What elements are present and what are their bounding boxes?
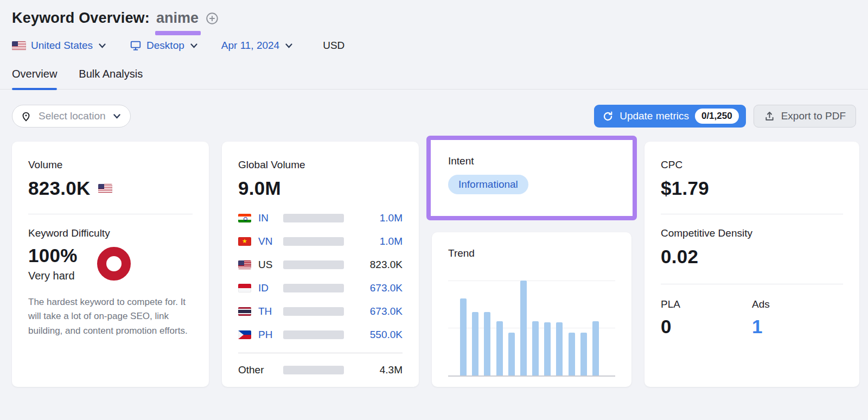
- trend-bar-chart: [448, 265, 615, 377]
- trend-bar: [544, 322, 551, 376]
- chart-baseline: [448, 376, 615, 377]
- trend-bar: [532, 321, 539, 376]
- country-code-link[interactable]: TH: [258, 306, 283, 317]
- trend-bar: [460, 298, 467, 376]
- export-upload-icon: [764, 111, 775, 122]
- country-row: VN 1.0M: [238, 234, 403, 249]
- keyword-underline-annotation: [155, 31, 201, 35]
- global-volume-value: 9.0M: [238, 177, 403, 199]
- chevron-down-icon: [190, 43, 197, 48]
- divider: [238, 353, 403, 353]
- country-volume-link[interactable]: 1.0M: [380, 236, 403, 247]
- volume-value: 823.0K: [28, 177, 91, 199]
- date-selector[interactable]: Apr 11, 2024: [221, 40, 292, 52]
- select-location-button[interactable]: Select location: [12, 105, 131, 128]
- currency-label: USD: [323, 40, 344, 52]
- keyword-difficulty-label: Keyword Difficulty: [28, 227, 193, 239]
- cpc-label: CPC: [661, 159, 843, 171]
- country-code-link[interactable]: PH: [258, 329, 283, 341]
- trend-bar: [580, 333, 587, 376]
- vn-flag-icon: [238, 237, 251, 246]
- intent-badge: Informational: [448, 175, 528, 194]
- country-volume-list: IN 1.0M VN 1.0M US 823.0K: [238, 211, 403, 377]
- intent-trend-column: Intent Informational Trend: [432, 142, 631, 387]
- country-row-current: US 823.0K: [238, 258, 403, 272]
- volume-bar: [283, 214, 344, 222]
- toolbar: Select location Update metrics 0/1,250: [12, 105, 856, 128]
- tabs: Overview Bulk Analysis: [0, 68, 868, 90]
- volume-label: Volume: [28, 159, 193, 171]
- volume-bar: [283, 366, 344, 374]
- metrics-grid: Volume 823.0K Keyword Difficulty 100% Ve…: [12, 142, 856, 387]
- chevron-down-icon: [285, 43, 292, 48]
- country-volume-link[interactable]: 673.0K: [370, 306, 403, 317]
- volume-card: Volume 823.0K Keyword Difficulty 100% Ve…: [12, 142, 209, 387]
- competitive-density-value: 0.02: [661, 246, 843, 268]
- trend-label: Trend: [448, 247, 615, 259]
- other-countries-row: Other 4.3M: [238, 363, 403, 377]
- country-selector[interactable]: United States: [12, 40, 106, 52]
- divider: [28, 214, 193, 214]
- trend-bar: [520, 281, 527, 376]
- header: Keyword Overview: anime: [0, 0, 868, 27]
- trend-bar: [556, 322, 563, 376]
- ads-value-link[interactable]: 1: [752, 316, 843, 338]
- keyword-difficulty-description: The hardest keyword to compete for. It w…: [28, 295, 193, 338]
- trend-bar: [592, 321, 599, 376]
- global-volume-card: Global Volume 9.0M IN 1.0M VN 1.0M: [222, 142, 419, 387]
- add-keyword-icon[interactable]: [205, 11, 219, 26]
- filters-row: United States Desktop Apr 11, 2024: [0, 27, 868, 52]
- other-label: Other: [238, 364, 283, 376]
- volume-bar: [283, 237, 344, 246]
- desktop-icon: [130, 40, 142, 52]
- divider: [661, 284, 843, 284]
- country-volume-link[interactable]: 550.0K: [370, 329, 403, 341]
- trend-bar: [496, 321, 503, 376]
- country-selector-label: United States: [31, 40, 93, 52]
- intent-label: Intent: [448, 155, 615, 167]
- ph-flag-icon: [238, 330, 251, 339]
- country-volume: 823.0K: [370, 259, 403, 271]
- trend-bar: [484, 312, 490, 376]
- country-row: ID 673.0K: [238, 281, 403, 295]
- other-volume: 4.3M: [380, 364, 403, 376]
- th-flag-icon: [238, 307, 251, 316]
- country-row: TH 673.0K: [238, 304, 403, 319]
- export-to-pdf-label: Export to PDF: [781, 110, 846, 122]
- date-selector-label: Apr 11, 2024: [221, 40, 279, 52]
- cpc-value: $1.79: [661, 177, 843, 199]
- pla-value: 0: [661, 316, 752, 338]
- update-metrics-label: Update metrics: [620, 110, 689, 122]
- update-quota-badge: 0/1,250: [695, 109, 739, 124]
- keyword-difficulty-rating: Very hard: [28, 270, 78, 282]
- trend-bars: [460, 281, 599, 376]
- country-code-link[interactable]: ID: [258, 282, 283, 294]
- country-volume-link[interactable]: 1.0M: [380, 212, 403, 224]
- intent-card: Intent Informational: [431, 140, 633, 216]
- us-flag-icon: [12, 41, 26, 50]
- update-metrics-button[interactable]: Update metrics 0/1,250: [594, 105, 746, 128]
- tab-bulk-analysis[interactable]: Bulk Analysis: [79, 68, 143, 89]
- volume-bar: [283, 260, 344, 269]
- device-selector[interactable]: Desktop: [130, 40, 197, 52]
- tab-overview[interactable]: Overview: [12, 68, 57, 89]
- difficulty-donut-gauge: [97, 247, 131, 281]
- us-flag-icon: [98, 184, 112, 193]
- location-pin-icon: [20, 110, 32, 122]
- country-volume-link[interactable]: 673.0K: [370, 282, 403, 294]
- country-code-link[interactable]: IN: [258, 212, 283, 224]
- refresh-icon: [602, 111, 614, 122]
- keyword-overview-page: Keyword Overview: anime United States: [0, 0, 868, 420]
- trend-bar: [569, 333, 575, 376]
- divider: [661, 214, 843, 214]
- global-volume-label: Global Volume: [238, 159, 403, 171]
- ads-label: Ads: [752, 298, 843, 310]
- country-code-link[interactable]: VN: [258, 236, 283, 247]
- select-location-label: Select location: [39, 110, 106, 122]
- trend-card: Trend: [432, 232, 631, 387]
- intent-highlight-annotation: Intent Informational: [426, 136, 637, 220]
- country-row: IN 1.0M: [238, 211, 403, 225]
- toolbar-right: Update metrics 0/1,250 Export to PDF: [594, 105, 856, 128]
- in-flag-icon: [238, 214, 251, 222]
- export-to-pdf-button[interactable]: Export to PDF: [754, 105, 856, 128]
